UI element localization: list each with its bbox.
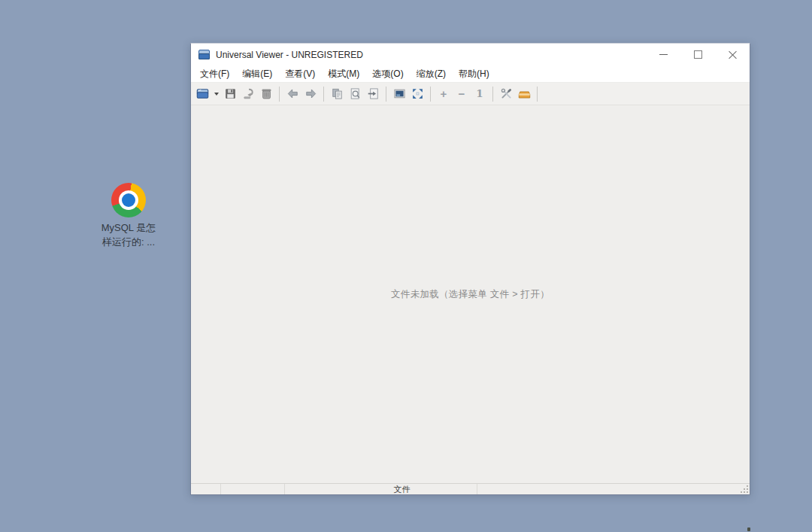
- statusbar-panel: [191, 484, 221, 494]
- desktop-shortcut-mysql[interactable]: MySQL 是怎 样运行的: ...: [94, 183, 163, 249]
- zoom-in-button[interactable]: +: [435, 85, 453, 102]
- zoom-out-button[interactable]: −: [453, 85, 471, 102]
- resize-grip[interactable]: [741, 485, 748, 493]
- statusbar-panel-mode: 文件: [285, 484, 477, 494]
- toolbar-separator: [537, 87, 538, 102]
- chevron-down-icon: [214, 93, 219, 96]
- toolbar-separator: [323, 87, 324, 102]
- menu-mode[interactable]: 模式(M): [323, 66, 364, 82]
- menu-zoom[interactable]: 缩放(Z): [412, 66, 450, 82]
- menu-file[interactable]: 文件(F): [195, 66, 234, 82]
- presentation-button[interactable]: [390, 85, 408, 102]
- plus-icon: +: [441, 88, 447, 99]
- delete-button[interactable]: [257, 85, 275, 102]
- app-icon: [198, 50, 210, 59]
- minimize-icon: [659, 54, 668, 55]
- close-icon: [729, 50, 737, 59]
- fullscreen-icon: [411, 87, 424, 100]
- back-arrow-icon: [286, 87, 299, 100]
- maximize-button[interactable]: [680, 44, 715, 65]
- toolbar: + − 1: [191, 83, 750, 105]
- toolbar-separator: [386, 87, 386, 102]
- chrome-icon[interactable]: [111, 183, 146, 217]
- window-controls: [646, 44, 750, 65]
- goto-arrow-icon: [367, 87, 380, 100]
- open-folder-icon: [196, 87, 209, 100]
- package-button[interactable]: [515, 85, 533, 102]
- toolbar-separator: [279, 87, 280, 102]
- menubar: 文件(F) 编辑(E) 查看(V) 模式(M) 选项(O) 缩放(Z) 帮助(H…: [191, 65, 750, 83]
- shortcut-label-line2: 样运行的: ...: [102, 235, 156, 249]
- toolbar-separator: [492, 87, 493, 102]
- fullscreen-button[interactable]: [408, 85, 426, 102]
- shortcut-label-line1: MySQL 是怎: [102, 220, 156, 235]
- goto-button[interactable]: [364, 85, 382, 102]
- minimize-button[interactable]: [646, 44, 680, 65]
- menu-help[interactable]: 帮助(H): [454, 66, 494, 82]
- viewer-content-area: 文件未加载（选择菜单 文件 > 打开）: [191, 105, 750, 483]
- copy-button[interactable]: [328, 85, 346, 102]
- trash-icon: [260, 87, 273, 100]
- tools-icon: [500, 87, 513, 100]
- save-as-icon: [242, 87, 255, 100]
- forward-button[interactable]: [301, 85, 320, 102]
- tools-button[interactable]: [497, 85, 515, 102]
- window-title: Universal Viewer - UNREGISTERED: [216, 50, 363, 60]
- menu-view[interactable]: 查看(V): [280, 66, 320, 82]
- actual-size-button[interactable]: 1: [471, 85, 489, 102]
- toolbar-separator: [430, 87, 431, 102]
- floppy-icon: [224, 87, 237, 100]
- forward-arrow-icon: [304, 87, 317, 100]
- menu-options[interactable]: 选项(O): [368, 66, 408, 82]
- preview-magnifier-icon: [349, 87, 362, 100]
- copy-icon: [331, 87, 344, 100]
- universal-viewer-window: Universal Viewer - UNREGISTERED 文件(F) 编辑…: [190, 43, 750, 495]
- statusbar: 文件: [191, 483, 750, 494]
- actual-size-icon: 1: [476, 89, 483, 99]
- save-as-button[interactable]: [239, 85, 257, 102]
- save-button[interactable]: [221, 85, 239, 102]
- open-button[interactable]: [193, 85, 211, 102]
- maximize-icon: [694, 50, 702, 59]
- close-button[interactable]: [715, 44, 750, 65]
- statusbar-panel: [221, 484, 285, 494]
- menu-edit[interactable]: 编辑(E): [238, 66, 277, 82]
- empty-state-message: 文件未加载（选择菜单 文件 > 打开）: [391, 288, 550, 301]
- statusbar-panel: [477, 484, 750, 494]
- statusbar-mode-label: 文件: [394, 485, 411, 494]
- back-button[interactable]: [283, 85, 301, 102]
- package-box-icon: [518, 87, 531, 100]
- shortcut-label: MySQL 是怎 样运行的: ...: [102, 220, 156, 249]
- minus-icon: −: [459, 88, 465, 99]
- open-dropdown-button[interactable]: [211, 85, 221, 102]
- screen-icon: [393, 87, 406, 100]
- preview-button[interactable]: [346, 85, 364, 102]
- titlebar[interactable]: Universal Viewer - UNREGISTERED: [191, 44, 750, 65]
- mouse-cursor: [747, 527, 750, 531]
